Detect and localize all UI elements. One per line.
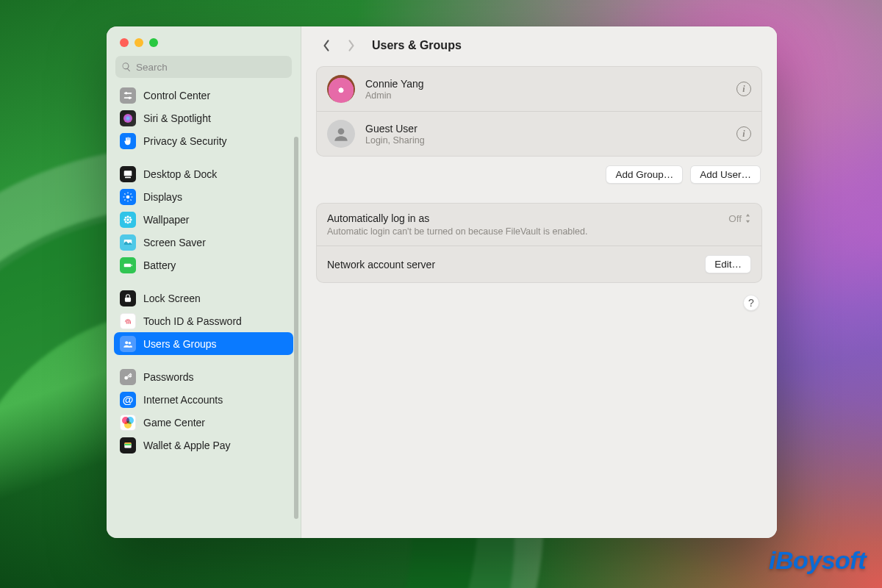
settings-window: Search Control Center Siri & Spotlight P… bbox=[107, 26, 777, 538]
users-icon bbox=[120, 336, 136, 352]
add-user-button[interactable]: Add User… bbox=[690, 165, 761, 184]
search-input[interactable]: Search bbox=[115, 56, 292, 78]
sidebar-item-screen-saver[interactable]: Screen Saver bbox=[114, 231, 293, 254]
sidebar-item-privacy-security[interactable]: Privacy & Security bbox=[114, 129, 293, 152]
user-name: Connie Yang bbox=[365, 78, 424, 90]
auto-login-label: Automatically log in as bbox=[327, 212, 429, 224]
fingerprint-icon bbox=[120, 313, 136, 329]
user-name: Guest User bbox=[365, 123, 425, 135]
sidebar-scrollbar[interactable] bbox=[294, 137, 298, 519]
brightness-icon bbox=[120, 189, 136, 205]
flower-icon bbox=[120, 212, 136, 228]
svg-rect-33 bbox=[124, 443, 131, 445]
close-window-button[interactable] bbox=[120, 38, 129, 47]
sidebar-item-desktop-dock[interactable]: Desktop & Dock bbox=[114, 162, 293, 185]
sidebar-item-game-center[interactable]: Game Center bbox=[114, 411, 293, 434]
back-button[interactable] bbox=[318, 37, 335, 54]
svg-point-30 bbox=[124, 376, 128, 379]
lock-icon bbox=[120, 290, 136, 306]
user-actions: Add Group… Add User… bbox=[316, 157, 762, 184]
svg-point-19 bbox=[130, 218, 132, 220]
page-title: Users & Groups bbox=[372, 39, 462, 52]
network-server-row: Network account server Edit… bbox=[317, 245, 761, 282]
svg-line-13 bbox=[124, 199, 125, 200]
sidebar-item-label: Wallet & Apple Pay bbox=[143, 440, 231, 451]
auto-login-row: Automatically log in as Off Automatic lo… bbox=[317, 204, 761, 245]
user-role: Admin bbox=[365, 90, 424, 101]
dock-icon bbox=[120, 166, 136, 182]
user-row[interactable]: Connie Yang Admin i bbox=[317, 67, 761, 111]
sidebar-item-wallet-apple-pay[interactable]: Wallet & Apple Pay bbox=[114, 434, 293, 456]
zoom-window-button[interactable] bbox=[149, 38, 158, 47]
sidebar-item-control-center[interactable]: Control Center bbox=[114, 84, 293, 107]
user-row[interactable]: Guest User Login, Sharing i bbox=[317, 111, 761, 156]
hand-icon bbox=[120, 133, 136, 149]
sidebar-list: Control Center Siri & Spotlight Privacy … bbox=[107, 84, 301, 538]
svg-point-34 bbox=[338, 128, 345, 135]
login-options: Automatically log in as Off Automatic lo… bbox=[316, 203, 762, 283]
info-icon[interactable]: i bbox=[736, 82, 751, 96]
sidebar-item-label: Control Center bbox=[143, 90, 210, 101]
sidebar-item-label: Privacy & Security bbox=[143, 135, 227, 147]
edit-button[interactable]: Edit… bbox=[705, 255, 751, 273]
sidebar-item-label: Battery bbox=[143, 259, 176, 271]
sidebar-item-wallpaper[interactable]: Wallpaper bbox=[114, 208, 293, 231]
screensaver-icon bbox=[120, 234, 136, 251]
search-icon bbox=[121, 62, 132, 72]
sidebar-item-label: Desktop & Dock bbox=[143, 168, 217, 180]
sidebar-item-displays[interactable]: Displays bbox=[114, 185, 293, 208]
svg-point-6 bbox=[126, 195, 130, 198]
svg-point-16 bbox=[127, 215, 129, 218]
sidebar-item-users-groups[interactable]: Users & Groups bbox=[114, 332, 293, 355]
users-list: Connie Yang Admin i Guest User Login, Sh… bbox=[316, 66, 762, 157]
sidebar-item-internet-accounts[interactable]: @ Internet Accounts bbox=[114, 388, 293, 411]
sidebar-item-label: Game Center bbox=[143, 417, 205, 429]
sliders-icon bbox=[120, 87, 136, 104]
svg-point-22 bbox=[125, 220, 127, 223]
auto-login-value: Off bbox=[728, 213, 742, 224]
svg-line-12 bbox=[131, 199, 132, 200]
svg-point-21 bbox=[129, 216, 131, 218]
siri-icon bbox=[120, 110, 136, 126]
sidebar-item-label: Displays bbox=[143, 191, 182, 203]
svg-point-15 bbox=[126, 218, 129, 221]
sidebar-item-label: Lock Screen bbox=[143, 293, 201, 304]
sidebar-item-battery[interactable]: Battery bbox=[114, 254, 293, 276]
sidebar-item-label: Wallpaper bbox=[143, 214, 190, 226]
sidebar-item-label: Internet Accounts bbox=[143, 394, 223, 406]
svg-point-23 bbox=[129, 220, 131, 223]
game-center-icon bbox=[120, 415, 136, 431]
avatar bbox=[327, 120, 355, 148]
auto-login-popup[interactable]: Off bbox=[728, 213, 751, 224]
forward-button[interactable] bbox=[343, 37, 360, 54]
key-icon bbox=[120, 369, 136, 385]
auto-login-desc: Automatic login can't be turned on becau… bbox=[327, 226, 751, 237]
svg-rect-5 bbox=[125, 176, 131, 178]
wallet-icon bbox=[120, 437, 136, 453]
sidebar-item-label: Screen Saver bbox=[143, 237, 206, 248]
sidebar-item-label: Touch ID & Password bbox=[143, 315, 242, 327]
svg-rect-25 bbox=[124, 263, 131, 267]
minimize-window-button[interactable] bbox=[135, 38, 143, 47]
at-icon: @ bbox=[120, 392, 136, 408]
add-group-button[interactable]: Add Group… bbox=[606, 165, 683, 184]
sidebar-item-touch-id[interactable]: Touch ID & Password bbox=[114, 309, 293, 332]
svg-point-2 bbox=[125, 92, 128, 95]
sidebar-item-siri-spotlight[interactable]: Siri & Spotlight bbox=[114, 107, 293, 129]
sidebar: Search Control Center Siri & Spotlight P… bbox=[107, 26, 301, 538]
svg-rect-4 bbox=[124, 171, 132, 176]
svg-rect-27 bbox=[125, 297, 131, 301]
sidebar-item-label: Passwords bbox=[143, 371, 193, 383]
search-placeholder: Search bbox=[136, 62, 168, 73]
svg-line-11 bbox=[124, 193, 125, 194]
svg-line-14 bbox=[131, 193, 132, 194]
sidebar-item-passwords[interactable]: Passwords bbox=[114, 365, 293, 388]
help-button[interactable]: ? bbox=[743, 295, 759, 311]
info-icon[interactable]: i bbox=[736, 126, 751, 141]
sidebar-item-lock-screen[interactable]: Lock Screen bbox=[114, 287, 293, 309]
battery-icon bbox=[120, 257, 136, 273]
svg-point-18 bbox=[123, 218, 126, 220]
sidebar-item-label: Siri & Spotlight bbox=[143, 112, 211, 124]
svg-point-17 bbox=[127, 221, 129, 223]
window-controls bbox=[107, 26, 301, 47]
